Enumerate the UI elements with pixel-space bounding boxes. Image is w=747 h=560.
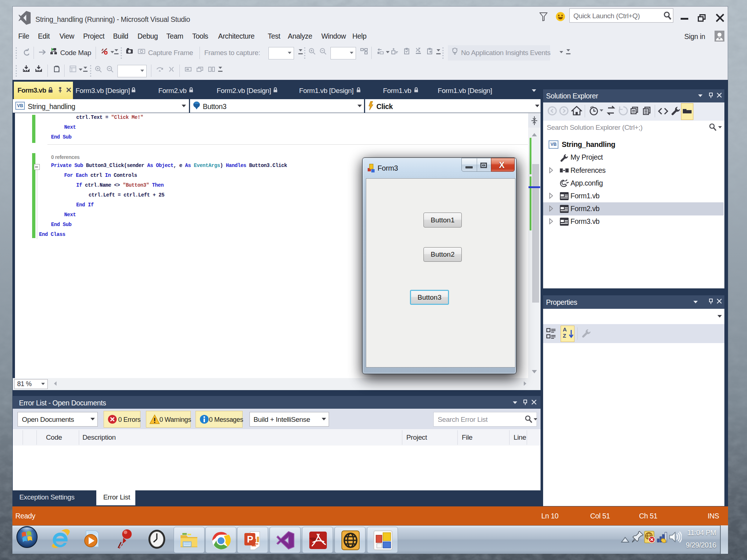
svg-text:P: P — [247, 534, 253, 545]
